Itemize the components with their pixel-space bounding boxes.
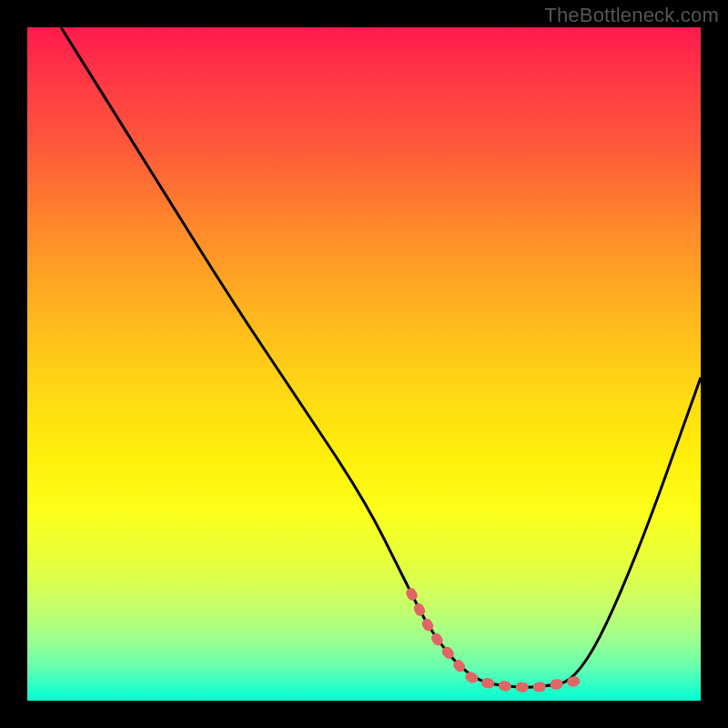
highlight-path: [411, 593, 580, 688]
bottleneck-chart: [27, 27, 701, 701]
watermark-text: TheBottleneck.com: [544, 4, 719, 27]
curve-path: [61, 27, 701, 687]
